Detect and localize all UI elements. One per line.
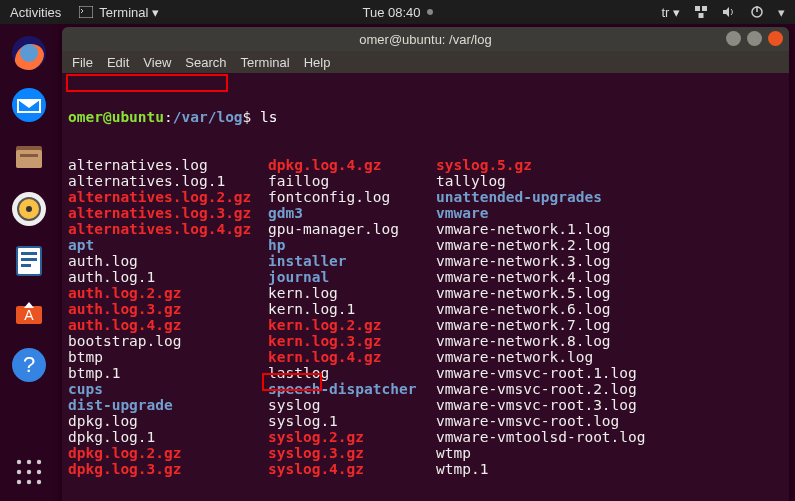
svg-text:?: ? xyxy=(23,352,35,377)
listing-row: dpkg.log.1syslog.2.gzvmware-vmtoolsd-roo… xyxy=(68,429,783,445)
svg-point-33 xyxy=(27,480,31,484)
ls-entry: dist-upgrade xyxy=(68,397,268,413)
window-maximize-button[interactable] xyxy=(747,31,762,46)
dock-files[interactable] xyxy=(6,134,52,180)
ls-entry: kern.log.3.gz xyxy=(268,333,436,349)
menu-help[interactable]: Help xyxy=(304,55,331,70)
menu-terminal[interactable]: Terminal xyxy=(241,55,290,70)
notification-dot-icon xyxy=(427,9,433,15)
listing-row: cupsspeech-dispatchervmware-vmsvc-root.2… xyxy=(68,381,783,397)
gnome-top-panel: Activities Terminal ▾ Tue 08:40 tr ▾ ▾ xyxy=(0,0,795,24)
ls-entry: vmware-network.8.log xyxy=(436,333,611,349)
ls-entry: dpkg.log.4.gz xyxy=(268,157,436,173)
ls-entry: gpu-manager.log xyxy=(268,221,436,237)
terminal-window: omer@ubuntu: /var/log File Edit View Sea… xyxy=(62,27,789,501)
window-minimize-button[interactable] xyxy=(726,31,741,46)
svg-point-16 xyxy=(26,206,32,212)
ls-entry: auth.log.3.gz xyxy=(68,301,268,317)
ls-entry: kern.log xyxy=(268,285,436,301)
svg-rect-20 xyxy=(21,264,31,267)
ls-entry: vmware-vmsvc-root.2.log xyxy=(436,381,637,397)
power-icon[interactable] xyxy=(750,5,764,19)
ls-entry: tallylog xyxy=(436,173,506,189)
dock-rhythmbox[interactable] xyxy=(6,186,52,232)
ls-entry: kern.log.1 xyxy=(268,301,436,317)
activities-button[interactable]: Activities xyxy=(10,5,61,20)
svg-rect-4 xyxy=(699,13,704,18)
ls-entry: speech-dispatcher xyxy=(268,381,436,397)
ls-entry: syslog.5.gz xyxy=(436,157,532,173)
menu-file[interactable]: File xyxy=(72,55,93,70)
listing-row: auth.log.1journalvmware-network.4.log xyxy=(68,269,783,285)
network-icon[interactable] xyxy=(694,5,708,19)
listing-row: auth.log.3.gzkern.log.1vmware-network.6.… xyxy=(68,301,783,317)
ls-entry: auth.log.1 xyxy=(68,269,268,285)
svg-point-26 xyxy=(17,460,21,464)
window-titlebar[interactable]: omer@ubuntu: /var/log xyxy=(62,27,789,51)
menu-view[interactable]: View xyxy=(143,55,171,70)
dock-help[interactable]: ? xyxy=(6,342,52,388)
listing-row: auth.log.4.gzkern.log.2.gzvmware-network… xyxy=(68,317,783,333)
svg-rect-12 xyxy=(16,150,42,168)
svg-point-8 xyxy=(20,44,38,62)
ls-entry: vmware-network.5.log xyxy=(436,285,611,301)
listing-row: dpkg.log.2.gzsyslog.3.gzwtmp xyxy=(68,445,783,461)
ls-entry: dpkg.log.3.gz xyxy=(68,461,268,477)
svg-point-27 xyxy=(27,460,31,464)
listing-row: dist-upgradesyslogvmware-vmsvc-root.3.lo… xyxy=(68,397,783,413)
dock-libreoffice-writer[interactable] xyxy=(6,238,52,284)
listing-row: dpkg.logsyslog.1vmware-vmsvc-root.log xyxy=(68,413,783,429)
window-close-button[interactable] xyxy=(768,31,783,46)
ls-entry: dpkg.log.2.gz xyxy=(68,445,268,461)
ls-entry: fontconfig.log xyxy=(268,189,436,205)
svg-rect-13 xyxy=(20,154,38,157)
volume-icon[interactable] xyxy=(722,5,736,19)
svg-rect-18 xyxy=(21,252,37,255)
svg-text:A: A xyxy=(24,307,34,323)
listing-row: dpkg.log.3.gzsyslog.4.gzwtmp.1 xyxy=(68,461,783,477)
ls-entry: bootstrap.log xyxy=(68,333,268,349)
ls-entry: gdm3 xyxy=(268,205,436,221)
app-indicator[interactable]: Terminal ▾ xyxy=(79,5,159,20)
svg-point-34 xyxy=(37,480,41,484)
ls-entry: btmp.1 xyxy=(68,365,268,381)
menu-search[interactable]: Search xyxy=(185,55,226,70)
ls-entry: vmware-vmsvc-root.log xyxy=(436,413,619,429)
ls-entry: auth.log xyxy=(68,253,268,269)
listing-row: apthpvmware-network.2.log xyxy=(68,237,783,253)
svg-rect-2 xyxy=(695,6,700,11)
ls-entry: syslog.3.gz xyxy=(268,445,436,461)
listing-row: alternatives.log.1faillogtallylog xyxy=(68,173,783,189)
menu-edit[interactable]: Edit xyxy=(107,55,129,70)
listing-row: alternatives.log.2.gzfontconfig.logunatt… xyxy=(68,189,783,205)
svg-point-1 xyxy=(427,9,433,15)
ls-entry: alternatives.log.3.gz xyxy=(68,205,268,221)
svg-rect-3 xyxy=(702,6,707,11)
listing-row: alternatives.logdpkg.log.4.gzsyslog.5.gz xyxy=(68,157,783,173)
ls-entry: lastlog xyxy=(268,365,436,381)
ls-entry: syslog.2.gz xyxy=(268,429,436,445)
listing-row: btmpkern.log.4.gzvmware-network.log xyxy=(68,349,783,365)
ls-entry: btmp xyxy=(68,349,268,365)
ls-entry: alternatives.log xyxy=(68,157,268,173)
dock-firefox[interactable] xyxy=(6,30,52,76)
ls-entry: vmware-network.7.log xyxy=(436,317,611,333)
ls-entry: vmware-network.1.log xyxy=(436,221,611,237)
dock-software[interactable]: A xyxy=(6,290,52,336)
terminal-output[interactable]: omer@ubuntu:/var/log$ ls alternatives.lo… xyxy=(62,73,789,501)
svg-point-30 xyxy=(27,470,31,474)
listing-row: alternatives.log.3.gzgdm3vmware xyxy=(68,205,783,221)
clock[interactable]: Tue 08:40 xyxy=(362,5,420,20)
ls-entry: vmware-vmsvc-root.3.log xyxy=(436,397,637,413)
command-text: ls xyxy=(260,109,277,125)
dock-thunderbird[interactable] xyxy=(6,82,52,128)
dock-apps-grid[interactable] xyxy=(6,449,52,495)
listing-row: alternatives.log.4.gzgpu-manager.logvmwa… xyxy=(68,221,783,237)
ls-entry: wtmp xyxy=(436,445,471,461)
chevron-down-icon[interactable]: ▾ xyxy=(778,5,785,20)
ls-entry: vmware-network.4.log xyxy=(436,269,611,285)
ls-entry: kern.log.2.gz xyxy=(268,317,436,333)
keyboard-layout[interactable]: tr ▾ xyxy=(661,5,680,20)
svg-rect-0 xyxy=(79,6,93,18)
ls-entry: journal xyxy=(268,269,436,285)
